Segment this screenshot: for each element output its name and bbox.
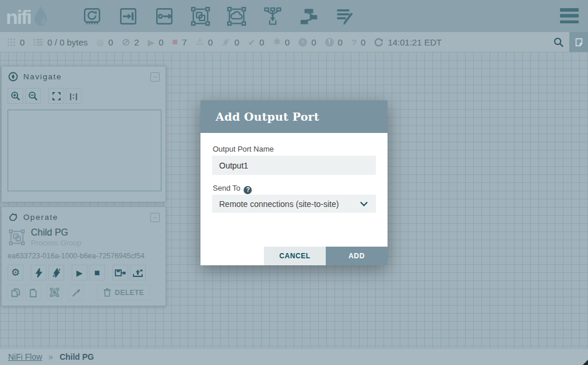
send-to-selected-value: Remote connections (site-to-site) (219, 199, 339, 209)
stat-value: 2 (134, 37, 139, 47)
operate-panel-title: Operate (23, 213, 150, 222)
output-port-name-input[interactable] (212, 156, 376, 175)
new-label-button[interactable] (333, 3, 356, 29)
stat-value: 7 (182, 37, 186, 47)
stat-invalid: ⚠ 0 (196, 37, 213, 47)
output-port-name-label: Output Port Name (213, 145, 274, 153)
bulletin-board-button[interactable] (569, 32, 588, 52)
save-template-button[interactable] (112, 265, 128, 280)
status-bar-right (547, 32, 588, 52)
cancel-button[interactable]: CANCEL (264, 247, 326, 265)
global-menu-button[interactable] (560, 8, 579, 23)
selected-component-type: Process Group (31, 238, 82, 247)
queued-icon (33, 38, 43, 47)
operate-panel-header: Operate − (2, 207, 166, 226)
chevron-down-icon (360, 199, 368, 206)
send-to-label-row: Send To? (213, 184, 252, 194)
stat-disabled: 0 (221, 37, 239, 47)
nifi-logo: nifi (6, 6, 70, 27)
input-port-icon (118, 6, 139, 27)
dialog-buttons: CANCEL ADD (264, 247, 388, 265)
add-button[interactable]: ADD (326, 247, 388, 265)
nifi-logo-text: nifi (6, 7, 31, 27)
stat-running: ▶ 0 (148, 37, 164, 47)
new-funnel-button[interactable] (261, 3, 284, 29)
stat-value: 0 (108, 37, 113, 47)
disabled-icon (221, 38, 230, 47)
upload-template-button[interactable] (130, 265, 146, 280)
refresh-icon[interactable] (374, 37, 383, 47)
breadcrumb-root-link[interactable]: NiFi Flow (8, 352, 42, 362)
zoom-in-icon (10, 91, 21, 101)
zoom-actual-size-button[interactable]: |:| (66, 88, 82, 104)
copy-icon (11, 288, 20, 297)
funnel-icon (262, 6, 283, 27)
stat-up-to-date: ✔ 0 (248, 37, 265, 47)
copy-button[interactable] (8, 285, 23, 300)
stat-stale: ↑ 0 (298, 37, 316, 47)
stat-value: 0 (361, 37, 365, 47)
group-icon (50, 287, 59, 297)
stat-value: 0 (208, 37, 213, 47)
new-template-button[interactable] (297, 3, 320, 29)
navigate-panel: Navigate − |:| (1, 66, 166, 202)
processor-icon (82, 6, 103, 27)
stat-locally-modified-stale: ! 0 (325, 37, 343, 47)
stat-locally-modified: ✱ 0 (273, 37, 290, 47)
nifi-droplet-icon (32, 6, 50, 27)
output-port-icon (154, 6, 175, 27)
stat-active-threads: 0 (7, 37, 24, 47)
stat-value: 0 (159, 37, 163, 47)
zoom-out-button[interactable] (25, 88, 41, 104)
process-group-icon (190, 6, 211, 27)
add-output-port-dialog: Add Output Port Output Port Name Send To… (200, 100, 388, 265)
stat-stopped: ■ 7 (172, 37, 186, 47)
hamburger-icon (560, 8, 579, 12)
navigate-toolbar: |:| (8, 88, 166, 104)
stop-button[interactable]: ■ (89, 265, 105, 280)
help-icon: ? (244, 186, 252, 194)
search-button[interactable] (547, 32, 569, 52)
delete-button[interactable]: DELETE (97, 285, 150, 300)
lightning-slash-icon (52, 268, 61, 278)
running-icon: ▶ (148, 38, 155, 47)
stat-not-transmitting: ⊘ 2 (122, 37, 139, 47)
enable-button[interactable] (31, 265, 47, 280)
delete-button-label: DELETE (115, 289, 144, 297)
collapse-operate-button[interactable]: − (150, 213, 160, 222)
stat-value: 0 (338, 37, 343, 47)
configuration-button[interactable]: ⚙ (8, 265, 23, 280)
invalid-icon: ⚠ (196, 37, 204, 47)
dialog-header: Add Output Port (200, 100, 388, 133)
flow-status: 0 0 / 0 bytes ◎ 0 ⊘ 2 ▶ 0 ■ 7 ⚠ 0 (7, 37, 547, 47)
trash-icon (103, 288, 111, 297)
new-remote-process-group-button[interactable] (225, 3, 248, 29)
selected-component-card: Child PG Process Group (2, 226, 166, 247)
zoom-in-button[interactable] (8, 88, 23, 104)
birdseye-minimap[interactable] (8, 110, 161, 191)
group-button[interactable] (47, 285, 62, 300)
locally-modified-icon: ✱ (273, 37, 280, 47)
last-refresh-time: 14:01:21 EDT (388, 37, 442, 47)
stat-sync-failure: ? 0 (351, 37, 366, 47)
change-color-button[interactable] (68, 285, 84, 300)
zoom-fit-button[interactable] (48, 88, 64, 104)
stopped-icon: ■ (172, 37, 178, 47)
start-button[interactable]: ▶ (72, 265, 87, 280)
new-process-group-button[interactable] (189, 3, 212, 29)
fit-icon (51, 91, 62, 101)
navigate-panel-title: Navigate (23, 72, 150, 81)
stat-queued: 0 / 0 bytes (33, 37, 87, 47)
send-to-select[interactable]: Remote connections (site-to-site) (212, 195, 376, 213)
upload-template-icon (132, 268, 143, 278)
collapse-navigate-button[interactable]: − (150, 72, 160, 82)
disable-button[interactable] (48, 265, 64, 280)
save-template-icon (115, 268, 126, 278)
stat-refresh: 14:01:21 EDT (374, 37, 442, 47)
new-output-port-button[interactable] (153, 3, 175, 29)
new-input-port-button[interactable] (117, 3, 139, 29)
paste-button[interactable] (25, 285, 41, 300)
new-processor-button[interactable] (80, 3, 103, 29)
one-to-one-icon: |:| (69, 92, 78, 100)
stat-value: 0 (311, 37, 316, 47)
